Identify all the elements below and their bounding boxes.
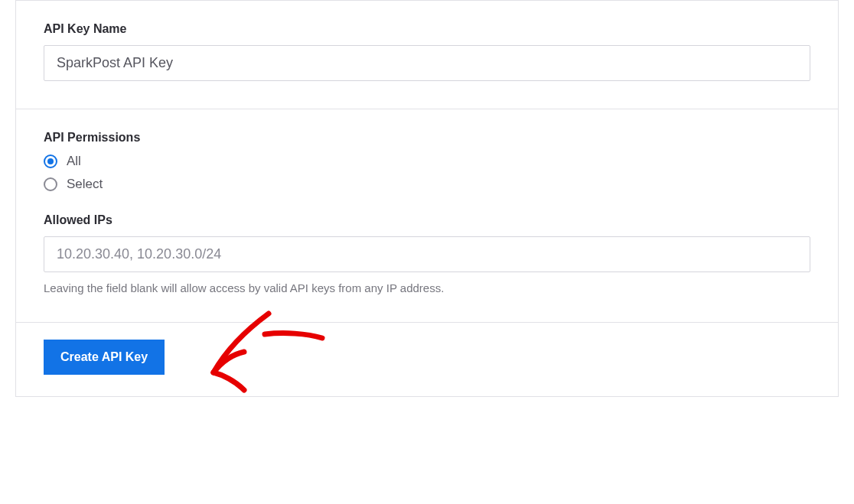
- api-permissions-label: API Permissions: [44, 131, 810, 145]
- allowed-ips-input[interactable]: [44, 236, 810, 272]
- api-key-name-input[interactable]: [44, 45, 810, 81]
- api-key-form: API Key Name API Permissions All Select …: [15, 0, 839, 397]
- permission-all-label: All: [67, 154, 81, 169]
- permission-select-label: Select: [67, 177, 103, 192]
- allowed-ips-label: Allowed IPs: [44, 213, 810, 227]
- api-key-name-section: API Key Name: [16, 1, 838, 109]
- allowed-ips-block: Allowed IPs Leaving the field blank will…: [44, 213, 810, 294]
- permissions-ips-section: API Permissions All Select Allowed IPs L…: [16, 109, 838, 322]
- permissions-radio-group: All Select: [44, 154, 810, 192]
- create-api-key-button[interactable]: Create API Key: [44, 340, 165, 375]
- radio-selected-icon: [44, 154, 57, 168]
- permission-select-radio[interactable]: Select: [44, 177, 810, 192]
- permission-all-radio[interactable]: All: [44, 154, 810, 169]
- permissions-block: API Permissions All Select: [44, 131, 810, 192]
- allowed-ips-help: Leaving the field blank will allow acces…: [44, 281, 810, 294]
- api-key-name-label: API Key Name: [44, 22, 810, 36]
- radio-unselected-icon: [44, 177, 57, 191]
- actions-section: Create API Key: [16, 322, 838, 396]
